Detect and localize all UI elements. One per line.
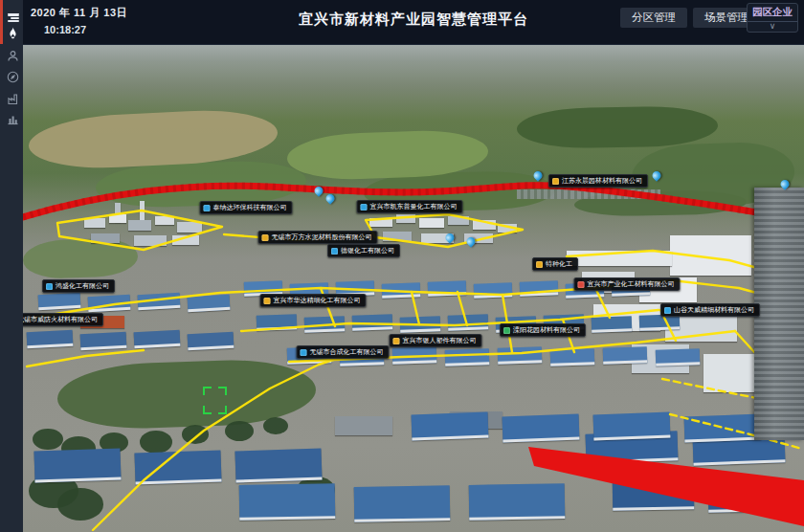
company-category-icon	[361, 204, 368, 211]
red-ribbon	[528, 447, 804, 526]
company-category-icon	[578, 281, 585, 288]
company-label-text: 溧阳花园材料有限公司	[513, 326, 580, 334]
company-label[interactable]: 德银化工有限公司	[327, 244, 400, 257]
company-category-icon	[664, 307, 671, 314]
park-enterprise-dropdown-label: 园区企业	[748, 4, 797, 22]
company-label-text: 宜兴市银人塑件有限公司	[403, 337, 477, 344]
company-label[interactable]: 泰纳达环保科技有限公司	[200, 201, 293, 214]
company-label[interactable]: 溧阳花园材料有限公司	[500, 323, 586, 337]
company-label-text: 山谷天威精细材料有限公司	[674, 306, 754, 314]
factory-icon[interactable]	[3, 89, 23, 109]
company-label-text: 特种化工	[546, 260, 572, 268]
selection-box	[203, 387, 227, 414]
company-category-icon	[46, 283, 53, 290]
company-label-text: 德银化工有限公司	[341, 247, 394, 255]
compass-icon[interactable]	[3, 67, 23, 87]
top-bar: 2020 年 11 月 13日 10:18:27 宜兴市新材料产业园智慧管理平台…	[23, 0, 804, 45]
menu-icon[interactable]	[3, 4, 23, 24]
company-label[interactable]: 宜兴市华达精细化工有限公司	[260, 294, 367, 307]
company-label-text: 无锡市威防火材料有限公司	[23, 316, 98, 323]
company-label[interactable]: 江苏永晨园林材料有限公司	[548, 174, 648, 188]
company-label[interactable]: 宜兴市凯东普曼化工有限公司	[357, 200, 463, 213]
company-category-icon	[536, 261, 543, 268]
chevron-down-icon: ∨	[748, 22, 797, 31]
high-rise-tower	[754, 188, 804, 440]
smart-park-platform-window: 2020 年 11 月 13日 10:18:27 宜兴市新材料产业园智慧管理平台…	[0, 0, 804, 532]
company-label-text: 宜兴市华达精细化工有限公司	[274, 297, 361, 304]
fire-icon[interactable]	[3, 23, 23, 43]
map-roads-overlay	[23, 44, 804, 532]
bar-chart-icon[interactable]	[3, 109, 23, 129]
company-label[interactable]: 山谷天威精细材料有限公司	[660, 303, 760, 317]
company-category-icon	[204, 205, 211, 211]
company-label-text: 无锡市合成化工有限公司	[310, 348, 384, 356]
company-label[interactable]: 特种化工	[532, 257, 578, 271]
company-category-icon	[331, 248, 338, 255]
company-label-text: 鸿盛化工有限公司	[56, 282, 109, 290]
zone-management-button[interactable]: 分区管理	[620, 8, 687, 28]
company-label-text: 宜兴市产业化工材料有限公司	[588, 280, 675, 288]
company-category-icon	[393, 338, 400, 344]
company-label[interactable]: 无锡市威防火材料有限公司	[23, 313, 103, 326]
company-category-icon	[264, 298, 271, 304]
company-category-icon	[503, 327, 510, 334]
user-icon[interactable]	[3, 46, 23, 66]
company-label[interactable]: 宜兴市银人塑件有限公司	[390, 334, 482, 347]
sidebar	[0, 0, 23, 532]
company-label-text: 无锡市万方水泥材料股份有限公司	[272, 233, 372, 241]
company-category-icon	[262, 234, 269, 241]
map-3d-view[interactable]: 泰纳达环保科技有限公司宜兴市凯东普曼化工有限公司江苏永晨园林材料有限公司无锡市万…	[23, 44, 804, 532]
company-category-icon	[301, 349, 307, 356]
company-label[interactable]: 宜兴市产业化工材料有限公司	[574, 277, 681, 291]
company-category-icon	[552, 178, 559, 185]
company-label[interactable]: 无锡市合成化工有限公司	[297, 345, 390, 359]
company-label[interactable]: 无锡市万方水泥材料股份有限公司	[258, 231, 378, 244]
park-enterprise-dropdown[interactable]: 园区企业 ∨	[747, 3, 798, 33]
company-label-text: 泰纳达环保科技有限公司	[213, 204, 287, 211]
company-label[interactable]: 鸿盛化工有限公司	[42, 279, 115, 293]
company-label-text: 江苏永晨园林材料有限公司	[562, 177, 642, 185]
company-label-text: 宜兴市凯东普曼化工有限公司	[370, 203, 458, 211]
